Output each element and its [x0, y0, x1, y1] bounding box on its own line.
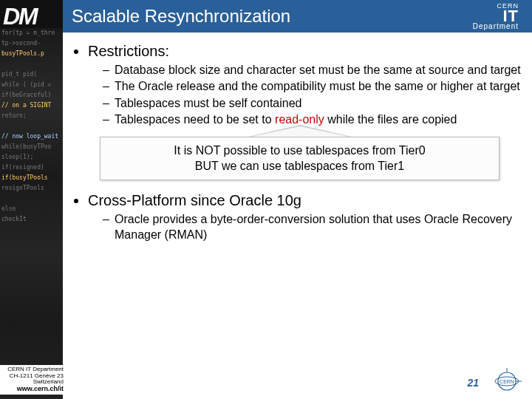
sub-bullet: Tablespaces must be self contained [103, 96, 522, 111]
sub-bullet: Oracle provides a byte-order-conversion … [103, 212, 522, 242]
bullet-restrictions: Restrictions: Database block size and ch… [88, 43, 522, 128]
cern-it-main: IT [502, 9, 519, 24]
page-number: 21 [467, 377, 479, 389]
title-bar: Scalable Resynchronization CERN IT Depar… [63, 0, 532, 33]
cern-it-bottom: Department [473, 23, 519, 30]
footer-url: www.cern.ch/it [0, 386, 64, 393]
cern-it-logo: CERN IT Department [473, 3, 519, 30]
bullet-cross-platform: Cross-Platform since Oracle 10g Oracle p… [88, 192, 522, 242]
callout-body: It is NOT possible to use tablespaces fr… [100, 137, 499, 181]
bullet-restrictions-label: Restrictions: [88, 43, 169, 59]
sub-bullet: Database block size and character set mu… [103, 63, 522, 78]
svg-text:CERN: CERN [499, 379, 514, 384]
cern-logo-icon: CERN [489, 368, 525, 395]
callout-line: It is NOT possible to use tablespaces fr… [118, 143, 481, 159]
bullet-cross-platform-label: Cross-Platform since Oracle 10g [88, 192, 301, 208]
slide-content: Restrictions: Database block size and ch… [70, 43, 522, 369]
slide-title: Scalable Resynchronization [72, 6, 473, 27]
sub-bullet: The Oracle release and the compatibility… [103, 79, 522, 94]
callout-arrow: It is NOT possible to use tablespaces fr… [100, 137, 499, 181]
footer-address: CERN IT Department CH-1211 Genève 23 Swi… [0, 365, 65, 395]
sidebar: DM for(tp = m_thretp->second-busyTPools.… [0, 0, 63, 399]
read-only-highlight: read-only [275, 113, 324, 126]
sidebar-code-bg: for(tp = m_thretp->second-busyTPools.p p… [0, 28, 63, 399]
callout-line: BUT we can use tablespaces from Tier1 [118, 159, 481, 174]
sidebar-logo-dm: DM [3, 3, 37, 30]
arrow-up-icon [248, 125, 352, 137]
